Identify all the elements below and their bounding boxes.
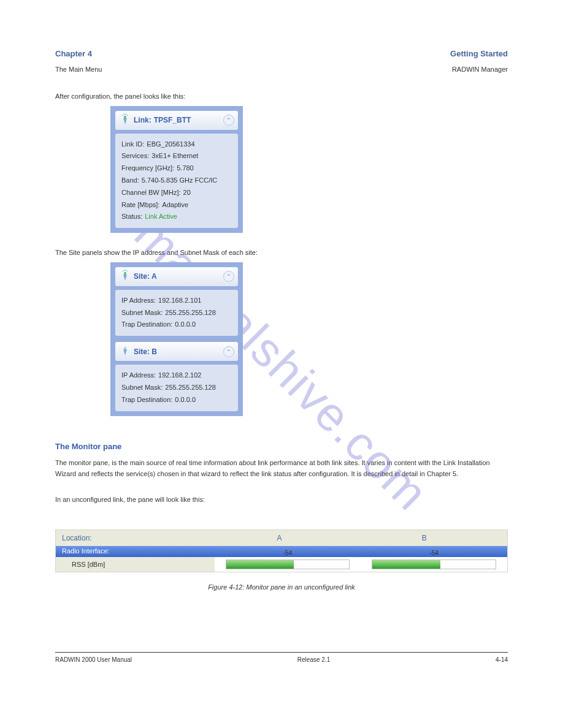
field-label: Subnet Mask: <box>121 309 163 316</box>
svg-point-0 <box>124 116 126 118</box>
field-label: IP Address: <box>121 371 156 379</box>
footer-right: 4-14 <box>496 656 508 663</box>
site-icon <box>119 270 131 284</box>
collapse-button[interactable]: ⌃ <box>223 346 234 357</box>
field-label: Trap Destination: <box>121 396 172 403</box>
figure-caption: Figure 4-12: Monitor pane in an unconfig… <box>55 583 508 591</box>
rss-value-a: -54 <box>215 557 361 572</box>
sub-left: The Main Menu <box>55 66 102 73</box>
svg-point-1 <box>124 272 126 275</box>
footer-center: Release 2.1 <box>297 656 330 663</box>
svg-point-2 <box>124 347 126 349</box>
field-label: Services: <box>121 152 149 159</box>
link-panel: Link: TPSF_BTT ⌃ Link ID:EBG_20561334 Se… <box>110 106 243 233</box>
chapter-label: Chapter 4 <box>55 49 92 58</box>
location-a: A <box>207 534 351 542</box>
page-footer: RADWIN 2000 User Manual Release 2.1 4-14 <box>55 656 508 663</box>
field-label: IP Address: <box>121 297 156 304</box>
rss-bar-b <box>372 560 440 569</box>
link-title-prefix: Link: <box>134 116 151 124</box>
location-b: B <box>352 534 497 542</box>
field-value: 5.780 <box>177 164 194 172</box>
rss-value-b: -54 <box>361 557 507 572</box>
chapter-title: Getting Started <box>450 49 508 58</box>
field-value: EBG_20561334 <box>147 140 194 148</box>
field-value: 255.255.255.128 <box>165 384 216 391</box>
field-label: Subnet Mask: <box>121 384 163 391</box>
field-value: Adaptive <box>162 201 188 208</box>
monitor-text: The monitor pane, is the main source of … <box>55 458 508 479</box>
link-panel-header: Link: TPSF_BTT ⌃ <box>115 111 238 130</box>
site-icon <box>119 344 131 358</box>
field-value: 255.255.255.128 <box>165 309 216 316</box>
field-label: Frequency [GHz]: <box>121 164 174 172</box>
link-panel-body: Link ID:EBG_20561334 Services:3xE1+ Ethe… <box>115 134 238 229</box>
footer-left: RADWIN 2000 User Manual <box>55 656 132 663</box>
field-label: Trap Destination: <box>121 320 172 328</box>
status-label: Status: <box>121 213 142 220</box>
site-a-title: Site: A <box>134 272 157 281</box>
field-value: 192.168.2.101 <box>158 297 201 304</box>
status-value: Link Active <box>145 213 177 220</box>
field-value: 5.740-5.835 GHz FCC/IC <box>142 176 218 184</box>
rss-val-a: -54 <box>215 550 361 556</box>
field-value: 3xE1+ Ethernet <box>151 152 198 159</box>
page-header: Chapter 4 Getting Started <box>55 49 508 58</box>
link-title-value: TPSF_BTT <box>154 116 191 124</box>
field-label: Link ID: <box>121 140 144 148</box>
field-label: Band: <box>121 176 139 184</box>
link-icon <box>119 113 131 127</box>
footer-rule <box>55 652 508 653</box>
site-a-panel: Site: A ⌃ IP Address:192.168.2.101 Subne… <box>110 262 243 416</box>
rss-bar-a <box>226 560 294 569</box>
site-b-body: IP Address:192.168.2.102 Subnet Mask:255… <box>115 365 238 411</box>
field-label: Channel BW [MHz]: <box>121 189 181 196</box>
rss-row: RSS [dBm] -54 -54 <box>56 557 507 572</box>
rss-val-b: -54 <box>361 550 507 556</box>
site-a-header: Site: A ⌃ <box>115 267 238 286</box>
rss-label: RSS [dBm] <box>56 557 215 572</box>
monitor-table: Location: A B Radio Interface: RSS [dBm]… <box>55 529 508 572</box>
page-subheader: The Main Menu RADWIN Manager <box>55 66 508 73</box>
intro-text: After configuration, the panel looks lik… <box>55 91 508 102</box>
field-value: 20 <box>183 189 191 196</box>
collapse-button[interactable]: ⌃ <box>223 115 234 126</box>
site-text: The Site panels show the IP address and … <box>55 248 508 259</box>
field-label: Rate [Mbps]: <box>121 201 159 208</box>
location-label: Location: <box>62 534 207 542</box>
location-row: Location: A B <box>56 530 507 546</box>
sub-right: RADWIN Manager <box>452 66 508 73</box>
site-a-body: IP Address:192.168.2.101 Subnet Mask:255… <box>115 290 238 336</box>
monitor-heading: The Monitor pane <box>55 441 508 453</box>
monitor-unconfig-text: In an unconfigured link, the pane will l… <box>55 495 508 506</box>
site-b-title: Site: B <box>134 347 157 356</box>
field-value: 0.0.0.0 <box>175 320 196 328</box>
site-b-header: Site: B ⌃ <box>115 342 238 361</box>
field-value: 0.0.0.0 <box>175 396 196 403</box>
field-value: 192.168.2.102 <box>158 371 201 379</box>
collapse-button[interactable]: ⌃ <box>223 271 234 282</box>
